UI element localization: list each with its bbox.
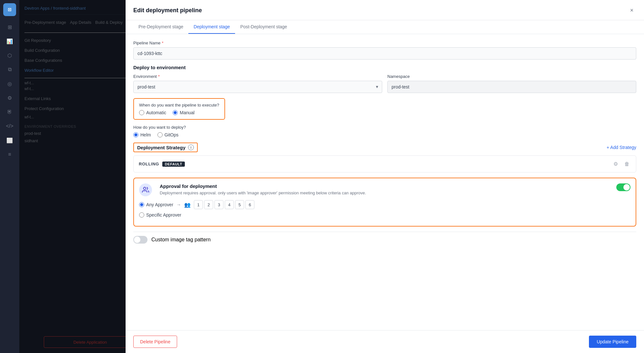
modal-body: Pipeline Name * Deploy to environment En… bbox=[126, 34, 644, 330]
strategy-row-left: ROLLING DEFAULT bbox=[139, 162, 185, 167]
pipeline-name-label: Pipeline Name * bbox=[133, 41, 636, 45]
approval-info: Approval for deployment Deployment requi… bbox=[160, 183, 616, 196]
execute-question: When do you want the pipeline to execute… bbox=[139, 103, 219, 107]
approval-box: Approval for deployment Deployment requi… bbox=[133, 178, 636, 227]
sidebar-icon-chart[interactable]: 📊 bbox=[4, 35, 15, 47]
execute-automatic-radio[interactable] bbox=[139, 110, 144, 115]
modal: Edit deployment pipeline × Pre-Deploymen… bbox=[126, 0, 644, 353]
sidebar-icon-box[interactable]: ⬜ bbox=[4, 135, 15, 146]
approval-title: Approval for deployment bbox=[160, 183, 616, 189]
deploy-radio-group: Helm GitOps bbox=[133, 132, 636, 137]
approver-num-3[interactable]: 3 bbox=[214, 200, 223, 209]
toggle-off-thumb bbox=[134, 237, 140, 243]
execute-automatic-label[interactable]: Automatic bbox=[139, 110, 166, 115]
custom-tag-left: Custom image tag pattern bbox=[133, 236, 211, 244]
namespace-input[interactable] bbox=[387, 81, 636, 93]
tab-post-deployment[interactable]: Post-Deployment stage bbox=[235, 20, 292, 34]
sidebar-icon-grid[interactable]: ⊞ bbox=[4, 21, 15, 33]
any-approver-label[interactable]: Any Approver bbox=[139, 202, 173, 207]
modal-footer: Delete Pipeline Update Pipeline bbox=[126, 330, 644, 353]
namespace-col: Namespace bbox=[387, 74, 636, 93]
deploy-helm-radio[interactable] bbox=[133, 132, 138, 137]
deploy-gitops-text: GitOps bbox=[165, 132, 179, 137]
sidebar-icon-shield[interactable]: ⛨ bbox=[4, 106, 15, 118]
approver-num-6[interactable]: 6 bbox=[245, 200, 254, 209]
strategy-settings-button[interactable]: ⚙ bbox=[612, 160, 619, 168]
specific-approver-row: Specific Approver bbox=[139, 212, 630, 218]
add-strategy-button[interactable]: + Add Strategy bbox=[607, 145, 636, 150]
tab-pre-deployment[interactable]: Pre-Deployment stage bbox=[133, 20, 188, 34]
people-icon: 👥 bbox=[184, 202, 191, 208]
execute-manual-label[interactable]: Manual bbox=[173, 110, 194, 115]
deploy-to-env-heading: Deploy to environment bbox=[133, 65, 636, 70]
deploy-helm-text: Helm bbox=[140, 132, 151, 137]
execute-radio-group: Automatic Manual bbox=[139, 110, 219, 115]
arrow-right-icon: → bbox=[176, 202, 181, 207]
sidebar-logo[interactable] bbox=[3, 3, 16, 16]
strategy-delete-button[interactable]: 🗑 bbox=[623, 160, 631, 168]
environment-row: Environment * prod-test ▼ Namespace bbox=[133, 74, 636, 93]
strategy-title-wrap: Deployment Strategy i bbox=[133, 143, 198, 152]
environment-select[interactable]: prod-test bbox=[133, 81, 382, 93]
approver-num-2[interactable]: 2 bbox=[204, 200, 213, 209]
environment-col: Environment * prod-test ▼ bbox=[133, 74, 382, 93]
sidebar-icon-settings[interactable]: ≡ bbox=[4, 149, 15, 160]
pipeline-name-input[interactable] bbox=[133, 47, 636, 60]
default-badge: DEFAULT bbox=[162, 162, 185, 167]
sidebar: ⊞ 📊 ⬡ ⧉ ◎ ⚙ ⛨ </> ⬜ ≡ bbox=[0, 0, 19, 353]
sidebar-icon-code[interactable]: </> bbox=[4, 120, 15, 132]
sidebar-icon-gear[interactable]: ⚙ bbox=[4, 92, 15, 104]
modal-tabs: Pre-Deployment stage Deployment stage Po… bbox=[126, 20, 644, 34]
svg-point-1 bbox=[144, 187, 146, 190]
deployment-strategy-title: Deployment Strategy bbox=[137, 145, 185, 150]
execute-box: When do you want the pipeline to execute… bbox=[133, 98, 225, 120]
delete-pipeline-button[interactable]: Delete Pipeline bbox=[133, 336, 177, 348]
sidebar-icon-layers[interactable]: ⧉ bbox=[4, 64, 15, 75]
any-approver-text: Any Approver bbox=[146, 202, 173, 207]
strategy-name: ROLLING bbox=[139, 162, 159, 166]
approver-numbers: 1 2 3 4 5 6 bbox=[194, 200, 254, 209]
custom-tag-label: Custom image tag pattern bbox=[151, 237, 211, 243]
approval-header: Approval for deployment Deployment requi… bbox=[139, 183, 630, 196]
info-icon[interactable]: i bbox=[188, 144, 194, 150]
custom-tag-row: Custom image tag pattern bbox=[133, 232, 636, 247]
environment-select-wrap: prod-test ▼ bbox=[133, 81, 382, 93]
namespace-label: Namespace bbox=[387, 74, 636, 79]
specific-approver-radio[interactable] bbox=[139, 212, 144, 218]
update-pipeline-button[interactable]: Update Pipeline bbox=[589, 336, 636, 348]
specific-approver-text: Specific Approver bbox=[146, 212, 181, 218]
execute-manual-text: Manual bbox=[180, 110, 194, 115]
sidebar-icon-globe[interactable]: ◎ bbox=[4, 78, 15, 89]
custom-tag-toggle[interactable] bbox=[133, 236, 147, 244]
environment-label: Environment * bbox=[133, 74, 382, 79]
approval-desc: Deployment requires approval. only users… bbox=[160, 190, 616, 196]
close-button[interactable]: × bbox=[627, 6, 636, 15]
deploy-gitops-label[interactable]: GitOps bbox=[157, 132, 179, 137]
deploy-method-label: How do you want to deploy? bbox=[133, 125, 636, 130]
toggle-thumb bbox=[623, 184, 630, 190]
specific-approver-label[interactable]: Specific Approver bbox=[139, 212, 181, 218]
strategy-row: ROLLING DEFAULT ⚙ 🗑 bbox=[133, 155, 636, 172]
modal-header: Edit deployment pipeline × bbox=[126, 0, 644, 20]
deploy-helm-label[interactable]: Helm bbox=[133, 132, 151, 137]
tab-deployment[interactable]: Deployment stage bbox=[188, 20, 235, 34]
sidebar-icon-apps[interactable]: ⬡ bbox=[4, 50, 15, 61]
required-star: * bbox=[162, 41, 164, 45]
deployment-strategy-header: Deployment Strategy i + Add Strategy bbox=[133, 143, 636, 152]
strategy-row-right: ⚙ 🗑 bbox=[612, 160, 631, 168]
approver-num-4[interactable]: 4 bbox=[225, 200, 234, 209]
execute-automatic-text: Automatic bbox=[146, 110, 166, 115]
approver-num-1[interactable]: 1 bbox=[194, 200, 203, 209]
execute-manual-radio[interactable] bbox=[173, 110, 178, 115]
approver-num-5[interactable]: 5 bbox=[235, 200, 244, 209]
approval-toggle[interactable] bbox=[616, 183, 630, 191]
any-approver-radio[interactable] bbox=[139, 202, 144, 207]
any-approver-row: Any Approver → 👥 1 2 3 4 5 6 bbox=[139, 200, 630, 209]
modal-title: Edit deployment pipeline bbox=[133, 7, 202, 14]
approval-icon bbox=[139, 183, 152, 196]
deploy-gitops-radio[interactable] bbox=[157, 132, 163, 137]
